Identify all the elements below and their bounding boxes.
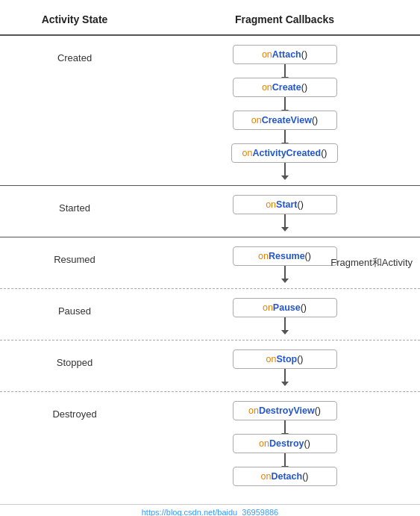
- method-name-onPause: Pause: [273, 302, 301, 313]
- side-annotation-resumed: Fragment和Activity: [330, 256, 413, 270]
- method-params-onResume: (): [305, 251, 311, 261]
- method-params-onActivityCreated: (): [321, 148, 327, 158]
- arrow-after-onCreateView: [284, 130, 286, 143]
- arrow-end-started: [284, 214, 286, 228]
- callbacks-stopped: onStop(): [149, 349, 420, 382]
- section-created: Created onAttach() onCreate() onCreateVi…: [0, 35, 420, 185]
- state-stopped: Stopped: [0, 349, 149, 368]
- method-on-onDestroyView: on: [248, 405, 259, 416]
- method-name-onActivityCreated: ActivityCreated: [252, 148, 321, 158]
- header-row: Activity State Fragment Callbacks: [0, 7, 420, 35]
- arrow-after-onAttach: [284, 64, 286, 78]
- callbacks-started: onStart(): [149, 195, 420, 228]
- section-stopped: Stopped onStop(): [0, 340, 420, 391]
- method-params-onDetach: (): [302, 471, 308, 482]
- method-params-onPause: (): [301, 302, 307, 313]
- method-params-onStop: (): [297, 354, 303, 364]
- method-params-onAttach: (): [301, 49, 307, 60]
- method-on-onActivityCreated: on: [242, 148, 253, 158]
- method-on-onCreate: on: [262, 82, 272, 93]
- method-name-onAttach: Attach: [272, 49, 301, 60]
- callback-onStop: onStop(): [233, 349, 337, 369]
- diagram-container: Activity State Fragment Callbacks Create…: [0, 0, 420, 516]
- method-name-onDestroy: Destroy: [269, 438, 304, 449]
- header-callbacks-label: Fragment Callbacks: [149, 13, 420, 25]
- method-params-onStart: (): [298, 199, 304, 210]
- state-destroyed: Destroyed: [0, 401, 149, 420]
- method-name-onDetach: Detach: [271, 471, 302, 482]
- callback-onActivityCreated: onActivityCreated(): [231, 143, 339, 163]
- state-paused: Paused: [0, 298, 149, 317]
- method-name-onCreateView: CreateView: [262, 115, 312, 125]
- arrow-after-onCreate: [284, 97, 286, 111]
- section-resumed: Resumed onResume() Fragment和Activity: [0, 237, 420, 288]
- arrow-end-resumed: [284, 266, 286, 279]
- method-on-onResume: on: [258, 251, 269, 261]
- watermark: https://blog.csdn.net/baidu_36959886: [0, 504, 420, 516]
- state-started: Started: [0, 195, 149, 214]
- callback-onStart: onStart(): [233, 195, 337, 214]
- method-on-onCreateView: on: [251, 115, 262, 125]
- method-params-onCreateView: (): [312, 115, 318, 125]
- header-state-label: Activity State: [0, 13, 149, 25]
- section-started: Started onStart(): [0, 185, 420, 237]
- callback-onResume: onResume(): [233, 246, 337, 266]
- method-on-onPause: on: [263, 302, 273, 313]
- method-params-onDestroyView: (): [315, 405, 321, 416]
- method-on-onAttach: on: [262, 49, 272, 60]
- arrow-end-created: [284, 163, 286, 176]
- method-name-onStart: Start: [276, 199, 297, 210]
- arrow-after-onDestroy: [284, 453, 286, 467]
- state-created: Created: [0, 45, 149, 63]
- method-name-onCreate: Create: [272, 82, 301, 93]
- arrow-after-onDestroyView: [284, 420, 286, 434]
- method-on-onStop: on: [266, 354, 276, 364]
- method-on-onStart: on: [266, 199, 276, 210]
- callback-onDestroy: onDestroy(): [233, 434, 337, 453]
- method-params-onDestroy: (): [304, 438, 310, 449]
- callback-onPause: onPause(): [233, 298, 337, 317]
- method-name-onStop: Stop: [276, 354, 297, 364]
- method-params-onCreate: (): [301, 82, 307, 93]
- section-paused: Paused onPause(): [0, 288, 420, 340]
- callbacks-created: onAttach() onCreate() onCreateView() onA…: [149, 45, 420, 176]
- method-name-onResume: Resume: [269, 251, 305, 261]
- state-resumed: Resumed: [0, 246, 149, 265]
- callback-onDestroyView: onDestroyView(): [233, 401, 337, 420]
- callback-onCreate: onCreate(): [233, 78, 337, 97]
- callback-onCreateView: onCreateView(): [233, 111, 337, 130]
- callback-onAttach: onAttach(): [233, 45, 337, 64]
- method-on-onDestroy: on: [259, 438, 269, 449]
- arrow-end-paused: [284, 317, 286, 331]
- method-name-onDestroyView: DestroyView: [259, 405, 315, 416]
- arrow-end-stopped: [284, 369, 286, 382]
- callback-onDetach: onDetach(): [233, 467, 337, 486]
- section-destroyed: Destroyed onDestroyView() onDestroy() on…: [0, 391, 420, 504]
- method-on-onDetach: on: [261, 471, 272, 482]
- callbacks-paused: onPause(): [149, 298, 420, 331]
- callbacks-destroyed: onDestroyView() onDestroy() onDetach(): [149, 401, 420, 495]
